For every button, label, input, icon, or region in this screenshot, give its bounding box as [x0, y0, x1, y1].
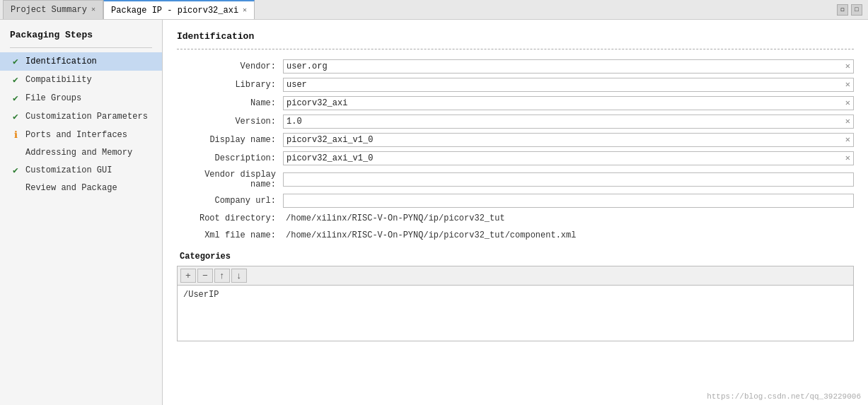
- input-wrap-company-url: [283, 194, 854, 208]
- restore-button[interactable]: ◻: [837, 4, 848, 16]
- label-xml-file-name: Xml file name:: [177, 230, 283, 240]
- clear-display-name[interactable]: ✕: [845, 136, 850, 144]
- tab-project-summary-close[interactable]: ✕: [91, 6, 96, 13]
- sidebar-label-customization-gui: Customization GUI: [25, 165, 112, 175]
- maximize-button[interactable]: □: [851, 4, 862, 16]
- categories-remove-button[interactable]: −: [197, 269, 213, 283]
- clear-description[interactable]: ✕: [845, 154, 850, 163]
- sidebar-item-customization-parameters[interactable]: ✔ Customization Parameters: [0, 107, 162, 126]
- tab-package-ip-close[interactable]: ✕: [243, 7, 247, 14]
- field-vendor-display-name: Vendor display name:: [177, 170, 854, 189]
- field-display-name: Display name: ✕: [177, 133, 854, 147]
- categories-section: Categories + − ↑ ↓ /UserIP: [177, 252, 854, 341]
- input-version[interactable]: [284, 115, 853, 128]
- label-root-directory: Root directory:: [177, 213, 283, 223]
- check-icon-identification: ✔: [10, 56, 21, 67]
- input-description[interactable]: [284, 152, 853, 165]
- tab-project-summary[interactable]: Project Summary ✕: [3, 0, 103, 19]
- field-vendor: Vendor: ✕: [177, 59, 854, 74]
- field-company-url: Company url:: [177, 194, 854, 208]
- categories-title: Categories: [177, 252, 854, 262]
- input-wrap-vendor: ✕: [283, 59, 854, 74]
- check-icon-file-groups: ✔: [10, 93, 21, 104]
- categories-toolbar: + − ↑ ↓: [177, 266, 854, 285]
- window-controls: ◻ □: [837, 4, 865, 16]
- input-vendor[interactable]: [284, 60, 853, 73]
- label-display-name: Display name:: [177, 135, 283, 145]
- sidebar-item-review-and-package[interactable]: Review and Package: [0, 180, 162, 196]
- warn-icon-ports-and-interfaces: ℹ: [10, 129, 21, 141]
- sidebar-label-file-groups: File Groups: [25, 93, 81, 103]
- sidebar-label-addressing-and-memory: Addressing and Memory: [25, 148, 132, 158]
- input-display-name[interactable]: [284, 134, 853, 146]
- sidebar-title: Packaging Steps: [0, 30, 162, 47]
- field-xml-file-name: Xml file name: /home/xilinx/RISC-V-On-PY…: [177, 229, 854, 242]
- label-version: Version:: [177, 117, 283, 127]
- input-wrap-name: ✕: [283, 96, 854, 110]
- categories-up-button[interactable]: ↑: [214, 269, 230, 283]
- input-wrap-display-name: ✕: [283, 133, 854, 147]
- input-name[interactable]: [284, 97, 853, 110]
- sidebar-label-identification: Identification: [25, 57, 97, 66]
- check-icon-customization-parameters: ✔: [10, 111, 21, 122]
- tab-package-ip-label: Package IP - picorv32_axi: [111, 6, 238, 16]
- sidebar-item-addressing-and-memory[interactable]: Addressing and Memory: [0, 144, 162, 161]
- input-wrap-library: ✕: [283, 78, 854, 92]
- sidebar-label-ports-and-interfaces: Ports and Interfaces: [25, 130, 127, 140]
- sidebar-item-customization-gui[interactable]: ✔ Customization GUI: [0, 161, 162, 180]
- field-description: Description: ✕: [177, 151, 854, 165]
- content-area: Identification Vendor: ✕ Library: ✕ Name…: [163, 20, 868, 405]
- field-name: Name: ✕: [177, 96, 854, 110]
- title-bar: Project Summary ✕ Package IP - picorv32_…: [0, 0, 868, 20]
- sidebar-divider: [10, 47, 152, 48]
- clear-vendor[interactable]: ✕: [845, 62, 850, 71]
- input-wrap-version: ✕: [283, 115, 854, 129]
- section-divider: [177, 49, 854, 49]
- input-wrap-vendor-display-name: [283, 172, 854, 187]
- tab-package-ip[interactable]: Package IP - picorv32_axi ✕: [103, 0, 255, 19]
- label-description: Description:: [177, 153, 283, 163]
- section-title: Identification: [177, 31, 854, 42]
- input-wrap-description: ✕: [283, 151, 854, 165]
- value-xml-file-name: /home/xilinx/RISC-V-On-PYNQ/ip/picorv32_…: [283, 229, 854, 242]
- tab-project-summary-label: Project Summary: [11, 5, 87, 15]
- label-name: Name:: [177, 98, 283, 108]
- main-container: Packaging Steps ✔ Identification ✔ Compa…: [0, 20, 868, 405]
- field-library: Library: ✕: [177, 78, 854, 92]
- sidebar-label-compatibility: Compatibility: [25, 75, 92, 85]
- field-root-directory: Root directory: /home/xilinx/RISC-V-On-P…: [177, 212, 854, 225]
- clear-name[interactable]: ✕: [845, 99, 850, 107]
- tab-bar: Project Summary ✕ Package IP - picorv32_…: [3, 0, 255, 19]
- input-company-url[interactable]: [284, 194, 853, 207]
- clear-library[interactable]: ✕: [845, 81, 850, 89]
- value-root-directory: /home/xilinx/RISC-V-On-PYNQ/ip/picorv32_…: [283, 212, 854, 225]
- sidebar-item-file-groups[interactable]: ✔ File Groups: [0, 89, 162, 107]
- sidebar-item-ports-and-interfaces[interactable]: ℹ Ports and Interfaces: [0, 126, 162, 144]
- label-vendor: Vendor:: [177, 61, 283, 71]
- sidebar-item-identification[interactable]: ✔ Identification: [0, 52, 162, 71]
- check-icon-compatibility: ✔: [10, 74, 21, 86]
- field-version: Version: ✕: [177, 115, 854, 129]
- sidebar-label-review-and-package: Review and Package: [25, 183, 117, 193]
- categories-down-button[interactable]: ↓: [231, 269, 247, 283]
- categories-list: /UserIP: [177, 285, 854, 341]
- categories-add-button[interactable]: +: [180, 269, 196, 283]
- sidebar-item-compatibility[interactable]: ✔ Compatibility: [0, 71, 162, 89]
- check-icon-customization-gui: ✔: [10, 165, 21, 176]
- input-library[interactable]: [284, 78, 853, 91]
- label-company-url: Company url:: [177, 196, 283, 206]
- label-vendor-display-name: Vendor display name:: [177, 170, 283, 189]
- sidebar-label-customization-parameters: Customization Parameters: [25, 112, 148, 122]
- label-library: Library:: [177, 80, 283, 90]
- input-vendor-display-name[interactable]: [284, 173, 853, 186]
- category-item-userrip[interactable]: /UserIP: [180, 288, 850, 301]
- sidebar: Packaging Steps ✔ Identification ✔ Compa…: [0, 20, 163, 405]
- clear-version[interactable]: ✕: [845, 117, 850, 126]
